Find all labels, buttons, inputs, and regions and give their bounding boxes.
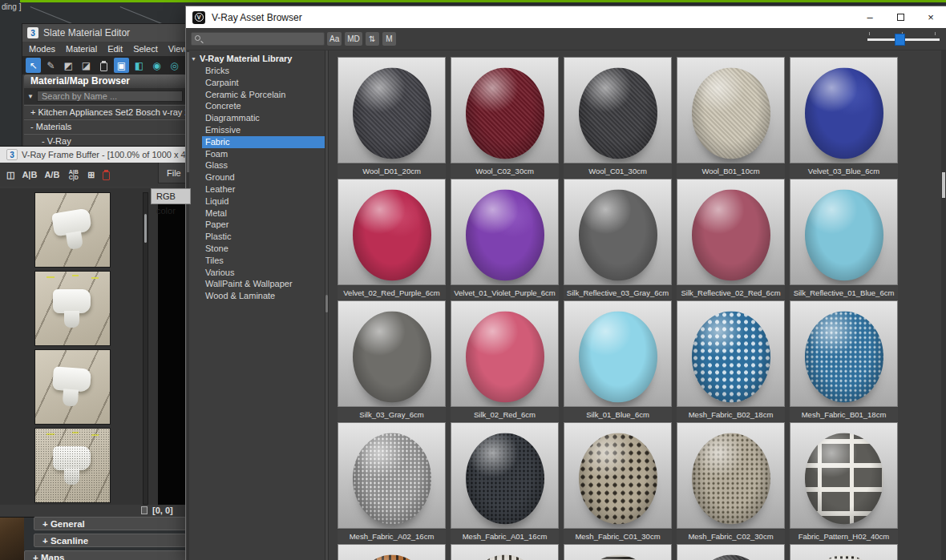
render-history-thumbnail[interactable]	[34, 349, 111, 425]
pick-material-icon[interactable]: ✎	[43, 58, 59, 73]
asset-search-input[interactable]	[191, 32, 325, 46]
grid-scrollbar[interactable]	[941, 50, 946, 560]
category-glass[interactable]: Glass	[202, 159, 325, 171]
dropdown-arrow-icon[interactable]: ▼	[27, 93, 34, 100]
collapse-arrow-icon[interactable]: ▼	[191, 56, 196, 62]
show-end-result-icon[interactable]: ◎	[167, 58, 182, 73]
tree-row[interactable]: - Materials	[24, 119, 188, 133]
scrollbar-thumb[interactable]	[144, 214, 147, 243]
delete-icon[interactable]	[96, 58, 111, 73]
menu-material[interactable]: Material	[66, 44, 97, 54]
menu-select[interactable]: Select	[133, 44, 158, 54]
ab-diagonal-compare-icon[interactable]: A/B	[44, 170, 59, 179]
match-case-button[interactable]: Aa	[327, 32, 342, 46]
category-paper[interactable]: Paper	[202, 219, 325, 231]
material-card[interactable]: Mesh_Fabric_B02_18cm	[677, 300, 785, 421]
category-ground[interactable]: Ground	[202, 171, 325, 183]
vfb-title-bar[interactable]: 3 V-Ray Frame Buffer - [100.0% of 1000 x…	[0, 147, 191, 163]
material-card[interactable]: Wool_C01_30cm	[564, 57, 672, 178]
category-carpaint[interactable]: Carpaint	[202, 77, 325, 89]
category-concrete[interactable]: Concrete	[202, 100, 325, 112]
library-root-node[interactable]: ▼ V-Ray Material Library	[191, 54, 293, 63]
minimize-button[interactable]: –	[855, 6, 885, 28]
scrollbar-thumb[interactable]	[942, 172, 945, 198]
m-filter-button[interactable]: M	[382, 32, 396, 46]
render-history-thumbnail[interactable]	[34, 428, 111, 503]
category-plastic[interactable]: Plastic	[202, 231, 325, 243]
category-various[interactable]: Various	[202, 267, 325, 279]
select-tool-icon[interactable]: ↖	[26, 58, 41, 73]
material-card[interactable]: Silk_Reflective_03_Gray_6cm	[564, 179, 672, 300]
material-card[interactable]: Silk_Reflective_01_Blue_6cm	[790, 179, 898, 300]
category-fabric[interactable]: Fabric	[202, 136, 325, 148]
material-card-partial[interactable]	[338, 544, 446, 560]
material-card[interactable]: Fabric_Pattern_H02_40cm	[790, 422, 898, 543]
abcd-compare-icon[interactable]: A|B C|D	[67, 169, 80, 180]
material-card[interactable]: Silk_02_Red_6cm	[451, 300, 559, 421]
slate-title-bar[interactable]: 3 Slate Material Editor	[22, 24, 188, 42]
material-card[interactable]: Silk_Reflective_02_Red_6cm	[677, 179, 785, 300]
category-metal[interactable]: Metal	[202, 207, 325, 220]
clear-image-icon[interactable]	[103, 169, 110, 180]
menu-modes[interactable]: Modes	[29, 44, 55, 54]
category-emissive[interactable]: Emissive	[202, 124, 325, 136]
material-card[interactable]: Silk_01_Blue_6cm	[564, 300, 672, 421]
asset-browser-title-bar[interactable]: V V-Ray Asset Browser – ×	[186, 6, 946, 28]
material-card[interactable]: Wool_B01_10cm	[677, 57, 785, 178]
material-card[interactable]: Velvet_02_Red_Purple_6cm	[338, 179, 446, 300]
maximize-button[interactable]	[885, 6, 916, 28]
duplicate-to-host-icon[interactable]: ⊞	[87, 170, 95, 180]
material-card[interactable]: Silk_03_Gray_6cm	[338, 300, 446, 421]
material-card[interactable]: Wool_D01_20cm	[338, 57, 446, 178]
material-card-partial[interactable]	[677, 544, 785, 560]
render-history-scrollbar[interactable]	[143, 192, 148, 505]
search-by-name-field[interactable]: Search by Name ...	[37, 91, 183, 102]
assign-material-icon[interactable]: ◧	[131, 58, 147, 73]
vfb-channel-dropdown[interactable]: RGB color	[151, 188, 191, 204]
category-ceramic-porcelain[interactable]: Ceramic & Porcelain	[202, 89, 325, 101]
material-name: Wool_B01_10cm	[677, 164, 785, 178]
material-card-partial[interactable]	[564, 544, 672, 560]
layout-nodes-icon[interactable]: ▣	[114, 58, 129, 73]
category-liquid[interactable]: Liquid	[202, 195, 325, 207]
material-card[interactable]: Wool_C02_30cm	[451, 57, 559, 178]
material-card[interactable]: Mesh_Fabric_A01_16cm	[451, 422, 559, 543]
category-diagrammatic[interactable]: Diagrammatic	[202, 112, 325, 124]
material-card[interactable]: Mesh_Fabric_B01_18cm	[790, 300, 898, 421]
rollout-maps[interactable]: + Maps	[24, 550, 186, 560]
material-card[interactable]: Mesh_Fabric_A02_16cm	[338, 422, 446, 543]
render-history-thumbnail[interactable]	[34, 192, 111, 268]
ab-horizontal-compare-icon[interactable]: A|B	[22, 170, 37, 179]
material-card[interactable]: Mesh_Fabric_C01_30cm	[564, 422, 672, 543]
category-leather[interactable]: Leather	[202, 183, 325, 195]
sample-b-icon[interactable]: ◪	[79, 58, 94, 73]
material-card[interactable]: Mesh_Fabric_C02_30cm	[677, 422, 785, 543]
thumbnail-size-slider[interactable]	[866, 28, 941, 50]
tree-row[interactable]: + Kitchen Appliances Set2 Bosch v-ray 20…	[24, 105, 188, 119]
close-button[interactable]: ×	[916, 6, 946, 28]
slider-handle[interactable]	[895, 34, 905, 46]
sort-toggle-button[interactable]: ⇅	[366, 32, 379, 46]
rollout-general[interactable]: + General	[34, 517, 186, 530]
save-image-icon[interactable]: ◫	[6, 170, 14, 180]
show-map-icon[interactable]: ◉	[149, 58, 164, 73]
material-card-partial[interactable]	[451, 544, 559, 560]
category-wood-laminate[interactable]: Wood & Laminate	[202, 290, 325, 302]
sample-a-icon[interactable]: ◩	[61, 58, 76, 73]
category-wallpaint-wallpaper[interactable]: WallPaint & Wallpaper	[202, 278, 325, 290]
material-card[interactable]: Velvet_03_Blue_6cm	[790, 57, 898, 178]
category-tiles[interactable]: Tiles	[202, 255, 325, 267]
splitter-grip[interactable]	[325, 295, 328, 312]
vray-asset-browser-window: V V-Ray Asset Browser – × AaMD⇅M	[186, 6, 946, 560]
menu-edit[interactable]: Edit	[107, 44, 123, 54]
material-card-partial[interactable]	[790, 544, 898, 560]
category-foam[interactable]: Foam	[202, 148, 325, 160]
menu-view[interactable]: View	[168, 44, 188, 54]
category-stone[interactable]: Stone	[202, 243, 325, 255]
tree-row[interactable]: - V-Ray	[24, 134, 188, 147]
material-card[interactable]: Velvet_01_Violet_Purple_6cm	[451, 179, 559, 300]
render-history-thumbnail[interactable]	[34, 271, 111, 346]
rollout-scanline[interactable]: + Scanline	[34, 534, 186, 547]
category-bricks[interactable]: Bricks	[202, 65, 325, 77]
md-filter-button[interactable]: MD	[345, 32, 362, 46]
